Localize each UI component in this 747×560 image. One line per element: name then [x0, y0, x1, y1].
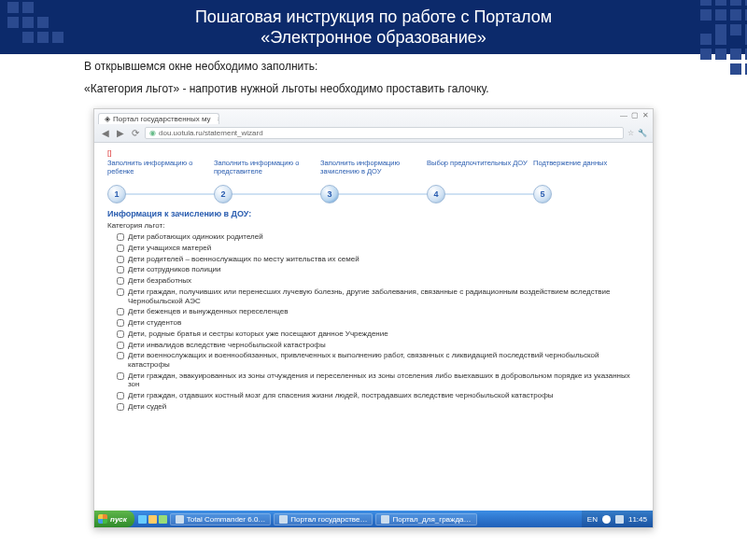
nav-forward-icon[interactable]: ▶: [115, 128, 126, 139]
quicklaunch-icon[interactable]: [138, 515, 147, 524]
benefit-label: Дети граждан, эвакуированных из зоны отч…: [128, 371, 640, 389]
benefit-label: Дети судей: [128, 402, 166, 412]
benefit-checkbox-row[interactable]: Дети инвалидов вследствие чернобыльской …: [117, 341, 640, 350]
benefit-checkbox[interactable]: [117, 403, 124, 411]
benefit-checkbox[interactable]: [117, 245, 124, 252]
tray-lang[interactable]: EN: [587, 515, 598, 524]
checkbox-list: Дети работающих одиноких родителейДети у…: [107, 232, 640, 412]
wizard-step-label: Заполнить информацию о представителе: [214, 160, 320, 182]
wizard-step-bubble[interactable]: 4: [427, 185, 445, 203]
benefit-checkbox[interactable]: [117, 256, 124, 263]
browser-chrome: — ▢ ✕ ◈ Портал государственных му × ◀ ▶ …: [94, 109, 653, 143]
benefit-checkbox[interactable]: [117, 330, 124, 338]
benefit-checkbox-row[interactable]: Дети студентов: [117, 318, 640, 328]
benefit-checkbox-row[interactable]: Дети сотрудников полиции: [117, 265, 640, 274]
benefit-checkbox[interactable]: [117, 319, 124, 327]
benefit-checkbox[interactable]: [117, 233, 124, 241]
benefit-checkbox[interactable]: [117, 277, 124, 285]
benefit-checkbox[interactable]: [117, 266, 124, 273]
benefit-checkbox[interactable]: [117, 342, 124, 349]
benefit-checkbox[interactable]: [117, 308, 124, 315]
nav-reload-icon[interactable]: ⟳: [130, 128, 141, 139]
wizard-step-label: Подтвержение данных: [533, 160, 640, 182]
wizard-step-connector: [231, 193, 322, 195]
nav-back-icon[interactable]: ◀: [100, 128, 111, 139]
taskbar-app-label: Total Commander 6.0…: [187, 515, 265, 524]
benefit-label: Дети учащихся матерей: [128, 244, 211, 253]
benefit-checkbox[interactable]: [117, 392, 124, 399]
benefit-label: Дети граждан, получивших или перенесших …: [128, 287, 640, 305]
url-text: dou.uotula.ru/statement_wizard: [159, 129, 263, 137]
benefit-checkbox-row[interactable]: Дети учащихся матерей: [117, 244, 640, 253]
tray-volume-icon[interactable]: [615, 515, 624, 524]
wizard-step-bubble[interactable]: 5: [533, 185, 552, 203]
benefit-checkbox-row[interactable]: Дети судей: [117, 402, 640, 412]
benefit-label: Дети инвалидов вследствие чернобыльской …: [128, 341, 326, 350]
tray-clock[interactable]: 11:45: [628, 515, 647, 524]
benefit-checkbox-row[interactable]: Дети безработных: [117, 276, 640, 286]
benefit-label: Дети студентов: [128, 318, 181, 328]
tab-close-icon[interactable]: ×: [218, 115, 219, 123]
wizard-step-connector: [124, 193, 216, 195]
benefit-checkbox-row[interactable]: Дети граждан, получивших или перенесших …: [117, 287, 640, 305]
benefit-checkbox-row[interactable]: Дети граждан, эвакуированных из зоны отч…: [117, 371, 640, 389]
taskbar-app-button[interactable]: Портал_для_гражда…: [375, 513, 476, 525]
field-label-category: Категория льгот:: [107, 221, 640, 230]
taskbar-app-button[interactable]: Портал государстве…: [274, 513, 373, 525]
instruction-line-2: «Категория льгот» - напротив нужной льго…: [84, 82, 663, 95]
wizard-step-connector: [444, 193, 535, 195]
window-min-icon[interactable]: —: [620, 111, 627, 119]
benefit-checkbox-row[interactable]: Дети военнослужащих и военнообязанных, п…: [117, 351, 640, 369]
instruction-block: В открывшемся окне необходимо заполнить:…: [0, 54, 747, 108]
tray-icon[interactable]: [602, 515, 611, 524]
taskbar-app-label: Портал_для_гражда…: [392, 515, 471, 524]
settings-wrench-icon[interactable]: 🔧: [638, 129, 647, 137]
wizard-step[interactable]: Заполнить информацию зачислению в ДОУ3: [320, 160, 427, 203]
taskbar-app-label: Портал государстве…: [290, 515, 367, 524]
wizard-step-label: Заполнить информацию о ребенке: [107, 160, 214, 182]
windows-taskbar: пуск Total Commander 6.0…Портал государс…: [94, 511, 653, 527]
wizard-step-bubble[interactable]: 1: [107, 185, 126, 203]
system-tray: EN 11:45: [582, 511, 653, 527]
browser-window: — ▢ ✕ ◈ Портал государственных му × ◀ ▶ …: [93, 108, 654, 528]
benefit-checkbox-row[interactable]: Дети работающих одиноких родителей: [117, 232, 640, 242]
tab-favicon-icon: ◈: [105, 115, 110, 123]
browser-tab[interactable]: ◈ Портал государственных му ×: [98, 113, 219, 124]
decor-squares-right-bottom: [700, 34, 747, 75]
benefit-checkbox[interactable]: [117, 288, 124, 296]
benefit-label: Дети безработных: [128, 276, 191, 286]
url-input[interactable]: ◉ dou.uotula.ru/statement_wizard: [145, 127, 624, 139]
instruction-line-1: В открывшемся окне необходимо заполнить:: [84, 60, 663, 73]
wizard-steps: Заполнить информацию о ребенке1Заполнить…: [107, 160, 640, 203]
window-max-icon[interactable]: ▢: [631, 111, 639, 119]
benefit-checkbox-row[interactable]: Дети граждан, отдавших костный мозг для …: [117, 391, 640, 400]
wizard-step-label: Заполнить информацию зачислению в ДОУ: [320, 160, 427, 182]
tab-title: Портал государственных му: [113, 115, 211, 123]
taskbar-app-button[interactable]: Total Commander 6.0…: [170, 513, 271, 525]
benefit-checkbox-row[interactable]: Дети, родные братья и сестры которых уже…: [117, 329, 640, 339]
wizard-step[interactable]: Подтвержение данных5: [533, 160, 640, 203]
wizard-step[interactable]: Заполнить информацию о представителе2: [214, 160, 320, 203]
decor-squares-left: [7, 2, 63, 43]
bookmark-star-icon[interactable]: ☆: [627, 129, 634, 137]
taskbar-app-icon: [176, 515, 184, 524]
section-title: Информация к зачислению в ДОУ:: [107, 209, 640, 218]
benefit-checkbox-row[interactable]: Дети родителей – военнослужащих по месту…: [117, 255, 640, 264]
wizard-step[interactable]: Заполнить информацию о ребенке1: [107, 160, 214, 203]
quicklaunch-icon[interactable]: [148, 515, 157, 524]
globe-icon: ◉: [149, 129, 156, 137]
start-label: пуск: [110, 515, 127, 524]
benefit-checkbox[interactable]: [117, 352, 124, 359]
wizard-step-bubble[interactable]: 2: [214, 185, 233, 203]
taskbar-app-icon: [381, 515, 389, 524]
window-close-icon[interactable]: ✕: [642, 111, 649, 119]
slide-title: Пошаговая инструкция по работе с Портало…: [195, 7, 552, 49]
quicklaunch-icon[interactable]: [159, 515, 167, 524]
benefit-label: Дети беженцев и вынужденных переселенцев: [128, 307, 289, 316]
windows-logo-icon: [98, 514, 107, 524]
start-button[interactable]: пуск: [94, 511, 134, 527]
benefit-checkbox-row[interactable]: Дети беженцев и вынужденных переселенцев: [117, 307, 640, 316]
wizard-step[interactable]: Выбор предпочтительных ДОУ4: [427, 160, 533, 203]
benefit-checkbox[interactable]: [117, 372, 124, 380]
wizard-step-bubble[interactable]: 3: [320, 185, 339, 203]
